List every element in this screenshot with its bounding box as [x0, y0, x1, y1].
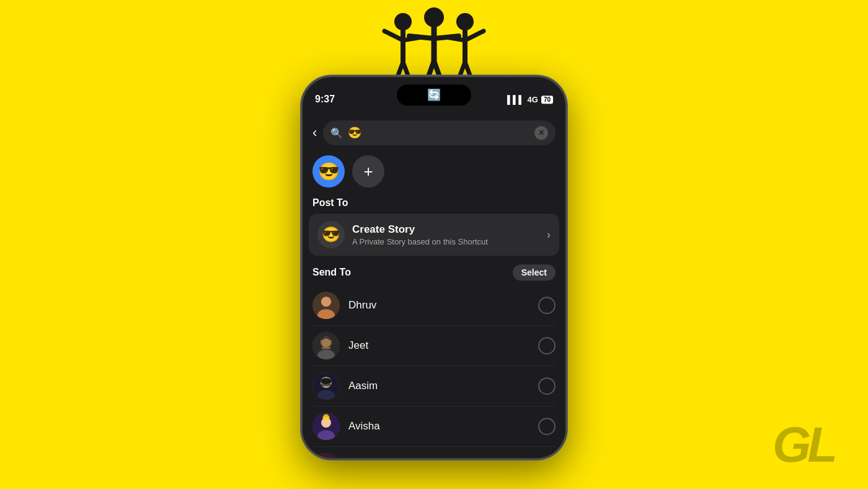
- chevron-right-icon: ›: [547, 228, 551, 241]
- filter-emoji: 😎: [348, 126, 361, 140]
- svg-rect-27: [322, 347, 330, 349]
- svg-line-8: [409, 36, 434, 38]
- mute-switch: [301, 139, 302, 161]
- svg-line-15: [465, 31, 484, 40]
- create-story-subtitle: A Private Story based on this Shortcut: [352, 237, 547, 246]
- phone-frame: 🔄 9:37 ▌▌▌ 4G 70 ‹ 🔍 😎 ✕ 😎 +: [301, 75, 567, 460]
- battery-badge: 70: [541, 96, 553, 104]
- phone-content: ‹ 🔍 😎 ✕ 😎 + Post To 😎 Create Story: [303, 114, 565, 458]
- network-label: 4G: [528, 95, 538, 104]
- select-radio-aasim[interactable]: [538, 377, 556, 395]
- select-radio-avisha[interactable]: [538, 418, 556, 435]
- contact-avatar-dhruv: [312, 292, 340, 319]
- svg-rect-32: [321, 384, 331, 386]
- contact-item[interactable]: Tanya: [303, 447, 565, 458]
- contact-item[interactable]: Avisha: [303, 406, 565, 446]
- search-bar[interactable]: 🔍 😎 ✕: [323, 120, 556, 145]
- gl-watermark: GL: [773, 416, 834, 473]
- svg-line-2: [384, 31, 403, 40]
- select-radio-jeet[interactable]: [538, 337, 556, 354]
- dynamic-island: 🔄: [397, 84, 471, 105]
- svg-point-37: [322, 416, 330, 419]
- svg-point-6: [424, 7, 444, 27]
- status-icons: ▌▌▌ 4G 70: [507, 95, 553, 104]
- svg-point-21: [321, 297, 331, 307]
- story-text: Create Story A Private Story based on th…: [352, 223, 547, 246]
- select-button[interactable]: Select: [513, 264, 556, 280]
- story-icon: 😎: [317, 221, 345, 248]
- send-to-label: Send To: [312, 267, 351, 278]
- svg-point-31: [321, 378, 332, 384]
- create-story-title: Create Story: [352, 223, 547, 236]
- select-radio-dhruv[interactable]: [538, 297, 556, 314]
- add-button[interactable]: +: [352, 155, 384, 187]
- avatar-row: 😎 +: [303, 151, 565, 194]
- svg-line-14: [446, 37, 465, 40]
- signal-icon: ▌▌▌: [507, 95, 525, 104]
- contact-avatar-aasim: [312, 372, 340, 400]
- contact-avatar-avisha: [312, 413, 340, 440]
- post-to-header: Post To: [303, 194, 565, 213]
- create-story-item[interactable]: 😎 Create Story A Private Story based on …: [309, 213, 559, 256]
- story-emoji: 😎: [322, 226, 340, 243]
- contact-name-aasim: Aasim: [348, 380, 538, 392]
- add-icon: +: [363, 162, 373, 181]
- clear-button[interactable]: ✕: [534, 126, 548, 140]
- power-button: [566, 151, 567, 195]
- contact-list: Dhruv Jeet: [303, 285, 565, 458]
- search-row: ‹ 🔍 😎 ✕: [303, 114, 565, 151]
- volume-down-button: [301, 213, 302, 248]
- contact-name-jeet: Jeet: [348, 339, 538, 352]
- avatar-emoji: 😎: [318, 161, 340, 182]
- search-icon: 🔍: [330, 127, 343, 139]
- volume-up-button: [301, 173, 302, 207]
- status-time: 9:37: [315, 94, 335, 105]
- selected-avatar[interactable]: 😎: [312, 155, 345, 187]
- svg-point-0: [394, 13, 412, 30]
- contact-name-avisha: Avisha: [348, 420, 538, 433]
- contact-avatar-tanya: [312, 453, 340, 458]
- back-button[interactable]: ‹: [312, 125, 317, 141]
- contact-avatar-jeet: [312, 332, 340, 359]
- contact-item[interactable]: Aasim: [303, 366, 565, 406]
- svg-point-26: [322, 338, 330, 347]
- contact-name-dhruv: Dhruv: [348, 299, 538, 312]
- snapchat-app-icon: 🔄: [427, 88, 441, 102]
- svg-point-12: [456, 13, 474, 30]
- contact-item[interactable]: Dhruv: [303, 285, 565, 325]
- contact-item[interactable]: Jeet: [303, 326, 565, 366]
- send-to-header: Send To Select: [303, 256, 565, 285]
